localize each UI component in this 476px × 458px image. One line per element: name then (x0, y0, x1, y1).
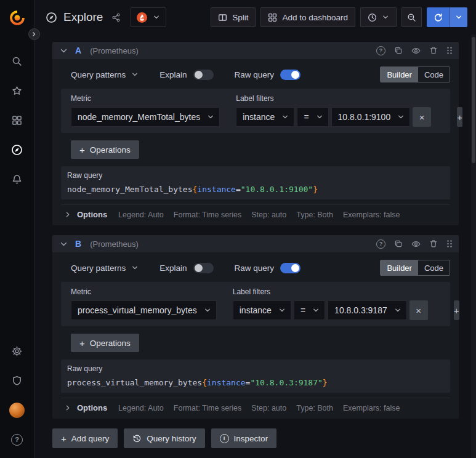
star-icon (12, 86, 22, 96)
options-format: Format: Time series (174, 404, 241, 412)
explain-label: Explain (159, 70, 187, 79)
filter-operator-select[interactable]: = (297, 107, 328, 127)
explain-toggle[interactable] (193, 263, 214, 273)
filter-label-select[interactable]: instance (236, 107, 294, 127)
editor-mode-switch: Builder Code (380, 260, 450, 276)
label-filters-field: Label filters instance = (236, 94, 431, 127)
grafana-logo[interactable] (7, 8, 27, 28)
add-operation-button[interactable]: + Operations (71, 334, 139, 352)
code-mode-button[interactable]: Code (418, 67, 450, 82)
topbar: Explore Split A (34, 0, 476, 34)
builder-mode-button[interactable]: Builder (381, 260, 418, 275)
datasource-picker[interactable] (131, 7, 166, 27)
metric-select[interactable]: process_virtual_memory_bytes (71, 300, 217, 320)
main-area: Explore Split A (34, 0, 476, 458)
raw-query-expression: process_virtual_memory_bytes{instance="1… (67, 378, 444, 387)
explain-toggle[interactable] (193, 70, 214, 80)
sidebar-item-help[interactable]: ? (4, 425, 31, 454)
sidebar-item-explore[interactable] (4, 135, 31, 164)
split-button[interactable]: Split (211, 7, 256, 27)
query-options-a[interactable]: Options Legend: Auto Format: Time series… (61, 204, 450, 220)
drag-handle[interactable] (446, 46, 453, 55)
options-title: Options (77, 403, 107, 412)
query-options-b[interactable]: Options Legend: Auto Format: Time series… (61, 398, 450, 414)
run-query-button[interactable] (427, 7, 467, 27)
sidebar-item-security[interactable] (4, 366, 31, 395)
sidebar-item-dashboards[interactable] (4, 105, 31, 135)
code-mode-button[interactable]: Code (418, 260, 450, 275)
remove-filter-button[interactable]: × (409, 300, 428, 320)
options-type: Type: Both (296, 404, 333, 412)
toggle-knob (291, 71, 299, 79)
filter-operator-select[interactable]: = (294, 300, 325, 320)
inspector-label: Inspector (234, 434, 268, 443)
sidebar-expand-button[interactable] (28, 28, 40, 40)
remove-filter-button[interactable]: × (413, 107, 431, 127)
metric-select[interactable]: node_memory_MemTotal_bytes (71, 107, 220, 127)
duplicate-query-button[interactable] (394, 46, 403, 55)
chevron-down-icon (312, 307, 320, 314)
add-filter-button[interactable]: + (454, 300, 459, 320)
query-datasource-label: (Prometheus) (90, 46, 139, 55)
remove-query-button[interactable] (429, 239, 438, 248)
time-range-picker[interactable] (360, 7, 397, 27)
query-help-button[interactable]: ? (376, 239, 385, 249)
filter-label-select[interactable]: instance (233, 300, 291, 320)
sidebar-item-profile[interactable] (4, 395, 31, 425)
operations-row-b: + Operations (61, 334, 450, 352)
sidebar-item-alerting[interactable] (4, 164, 31, 194)
add-to-dashboard-button[interactable]: Add to dashboard (260, 7, 355, 27)
sidebar-item-starred[interactable] (4, 76, 31, 105)
label-filters-field: Label filters instance = (233, 287, 428, 320)
share-shortlink-button[interactable] (111, 13, 121, 22)
raw-open-brace: { (202, 378, 207, 387)
chevron-down-icon (455, 14, 462, 21)
options-title: Options (77, 210, 107, 219)
raw-query-toggle[interactable] (280, 263, 301, 273)
collapse-chevron-icon (60, 47, 68, 55)
query-header-b[interactable]: B (Prometheus) ? (52, 235, 459, 252)
raw-query-preview-a: Raw query node_memory_MemTotal_bytes{ins… (61, 166, 450, 199)
eye-icon (411, 239, 421, 249)
chevron-down-icon (131, 71, 139, 78)
raw-query-label: Raw query (235, 70, 275, 79)
metric-field-label: Metric (71, 287, 217, 296)
query-history-button[interactable]: Query history (124, 428, 204, 448)
sidebar-item-search[interactable] (4, 46, 31, 76)
shield-icon (12, 376, 22, 386)
filter-value-select[interactable]: 10.8.0.3:9187 (328, 300, 407, 320)
options-type: Type: Both (296, 211, 333, 219)
explore-footer-actions: + Add query Query history i Inspector (52, 428, 459, 448)
query-help-button[interactable]: ? (376, 46, 385, 55)
scrollbar-thumb[interactable] (472, 37, 475, 163)
query-patterns-dropdown[interactable]: Query patterns (71, 70, 139, 79)
search-icon (12, 56, 22, 66)
inspector-button[interactable]: i Inspector (211, 428, 277, 448)
zoom-out-button[interactable] (401, 7, 422, 27)
disable-query-button[interactable] (411, 46, 421, 55)
add-filter-button[interactable]: + (457, 107, 462, 127)
scrollbar-track[interactable] (471, 34, 476, 458)
drag-handle[interactable] (446, 239, 453, 248)
operations-row-a: + Operations (61, 140, 450, 159)
duplicate-query-button[interactable] (394, 239, 403, 248)
options-step: Step: auto (251, 211, 286, 219)
refresh-segment[interactable] (427, 7, 450, 27)
raw-query-toggle[interactable] (280, 70, 301, 80)
refresh-interval-dropdown[interactable] (450, 7, 467, 27)
query-patterns-dropdown[interactable]: Query patterns (71, 263, 139, 273)
zoom-out-icon (407, 13, 416, 22)
filter-value-select[interactable]: 10.8.0.1:9100 (331, 107, 411, 127)
raw-metric: node_memory_MemTotal_bytes (67, 185, 193, 194)
query-builder-b: Metric process_virtual_memory_bytes Labe… (61, 282, 450, 326)
builder-mode-button[interactable]: Builder (381, 67, 418, 82)
user-avatar (9, 403, 25, 418)
query-header-a[interactable]: A (Prometheus) ? (52, 42, 459, 59)
add-query-button[interactable]: + Add query (52, 428, 118, 448)
label-filters-label: Label filters (233, 287, 428, 296)
add-operation-button[interactable]: + Operations (71, 140, 139, 159)
disable-query-button[interactable] (411, 239, 421, 249)
clock-icon (368, 13, 377, 22)
remove-query-button[interactable] (429, 46, 438, 55)
sidebar-item-settings[interactable] (4, 336, 31, 366)
